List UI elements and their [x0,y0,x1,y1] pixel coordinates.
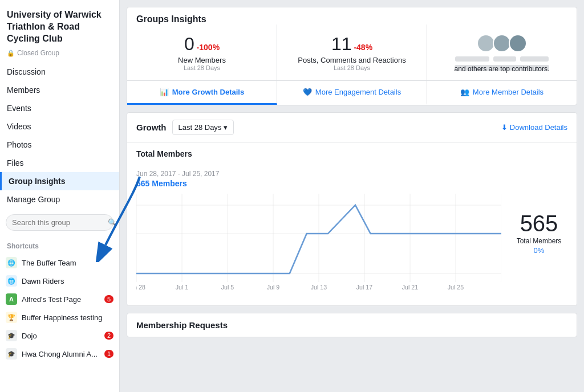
growth-title: Growth [136,122,167,132]
big-total-pct: 0% [510,246,567,255]
line-chart-svg: 566 565 564 Jun 28 Jul 1 Jul 5 Jul 9 [136,194,501,296]
sidebar-item-events[interactable]: Events [0,99,119,117]
engagement-tab-icon: 💙 [303,88,312,96]
shortcut-item-alfred-page[interactable]: A Alfred's Test Page 5 [0,290,119,308]
shortcut-icon-alfred-page: A [6,293,17,305]
svg-text:Jul 5: Jul 5 [221,284,234,291]
membership-title: Membership Requests [136,320,567,330]
sidebar-nav: Discussion Members Events Videos Photos … [0,63,119,209]
download-details-button[interactable]: ⬇ Download Details [501,123,567,132]
group-name: University of Warwick Triathlon & Road C… [0,0,119,49]
chart-container: 566 565 564 Jun 28 Jul 1 Jul 5 Jul 9 [136,194,501,296]
sidebar: University of Warwick Triathlon & Road C… [0,0,120,392]
growth-section: Growth Last 28 Days ▾ ⬇ Download Details… [127,112,577,306]
big-total-label: Total Members [510,237,567,245]
insights-tabs: 📊 More Growth Details 💙 More Engagement … [127,81,577,105]
shortcut-badge-hwa-chong: 1 [104,350,113,358]
chart-date-range: Jun 28, 2017 - Jul 25, 2017 [136,170,501,178]
members-tab-icon: 👥 [460,88,469,96]
sidebar-item-files[interactable]: Files [0,154,119,172]
stat-posts-comments: 11 -48% Posts, Comments and Reactions La… [277,24,427,80]
tab-more-growth[interactable]: 📊 More Growth Details [127,81,277,105]
shortcut-name-hwa-chong: Hwa Chong Alumni A... [22,350,100,358]
sidebar-item-manage-group[interactable]: Manage Group [0,190,119,209]
search-input[interactable] [12,218,108,227]
stat-new-members: 0 -100% New Members Last 28 Days [127,24,277,80]
sidebar-item-discussion[interactable]: Discussion [0,63,119,81]
shortcut-icon-dawn-riders: 🌐 [6,275,17,287]
svg-text:Jul 25: Jul 25 [448,284,464,291]
shortcut-item-dojo[interactable]: 🎓 Dojo 2 [0,326,119,345]
insights-stats: 0 -100% New Members Last 28 Days 11 -48%… [127,24,577,81]
search-box: 🔍 [6,214,113,231]
insights-title: Groups Insights [127,7,577,24]
chevron-down-icon: ▾ [224,123,228,132]
shortcut-icon-buffer-happiness: 🏆 [6,312,17,323]
avatar-row [477,34,527,52]
shortcut-icon-dojo: 🎓 [6,330,17,341]
period-dropdown[interactable]: Last 28 Days ▾ [172,120,234,135]
shortcut-item-buffer-happiness[interactable]: 🏆 Buffer Happiness testing [0,308,119,326]
svg-text:Jul 9: Jul 9 [267,284,280,291]
tab-more-members[interactable]: 👥 More Member Details [427,81,577,105]
chart-section-title: Total Members [127,142,577,161]
shortcut-badge-alfred-page: 5 [104,295,113,303]
sidebar-item-members[interactable]: Members [0,81,119,99]
shortcut-item-buffer-team[interactable]: 🌐 The Buffer Team [0,254,119,272]
search-icon: 🔍 [108,218,117,227]
big-total-members: 565 [510,212,567,235]
shortcut-badge-dojo: 2 [104,332,113,340]
main-content: Groups Insights 0 -100% New Members Last… [120,0,584,392]
svg-text:Jul 13: Jul 13 [311,284,327,291]
group-type: 🔒 Closed Group [0,49,119,63]
growth-tab-icon: 📊 [160,88,169,96]
insights-card: Groups Insights 0 -100% New Members Last… [127,7,577,105]
shortcuts-label: Shortcuts [0,236,119,254]
tab-more-engagement[interactable]: 💙 More Engagement Details [277,81,427,105]
shortcut-name-alfred-page: Alfred's Test Page [22,295,100,304]
sidebar-item-photos[interactable]: Photos [0,136,119,154]
stat-contributors: and others are top contributors. [427,24,577,80]
lock-icon: 🔒 [7,50,15,57]
svg-text:Jul 1: Jul 1 [176,284,189,291]
download-icon: ⬇ [501,123,508,132]
chart-right: 565 Total Members 0% [510,212,567,255]
shortcut-name-dawn-riders: Dawn Riders [22,277,113,285]
chart-members-label: 565 Members [136,179,501,188]
avatar-3 [509,34,527,52]
stat-number-posts: 11 -48% [286,34,417,55]
sidebar-item-videos[interactable]: Videos [0,117,119,136]
svg-text:Jul 21: Jul 21 [402,284,419,291]
shortcut-item-hwa-chong[interactable]: 🎓 Hwa Chong Alumni A... 1 [0,345,119,363]
growth-header: Growth Last 28 Days ▾ ⬇ Download Details [127,113,577,142]
chart-left: Jun 28, 2017 - Jul 25, 2017 565 Members [136,170,501,296]
shortcut-name-buffer-happiness: Buffer Happiness testing [22,313,113,322]
chart-area: Jun 28, 2017 - Jul 25, 2017 565 Members [127,161,577,305]
shortcut-name-buffer-team: The Buffer Team [22,259,113,267]
shortcut-icon-buffer-team: 🌐 [6,257,17,268]
svg-text:Jun 28: Jun 28 [136,284,145,291]
stat-number-members: 0 -100% [136,34,267,55]
sidebar-item-group-insights[interactable]: Group Insights [0,172,119,190]
membership-section: Membership Requests [127,313,577,337]
shortcut-icon-hwa-chong: 🎓 [6,348,17,360]
shortcut-item-dawn-riders[interactable]: 🌐 Dawn Riders [0,272,119,290]
svg-text:Jul 17: Jul 17 [356,284,373,291]
contributors-text: and others are top contributors. [455,55,550,71]
shortcut-name-dojo: Dojo [22,332,100,340]
